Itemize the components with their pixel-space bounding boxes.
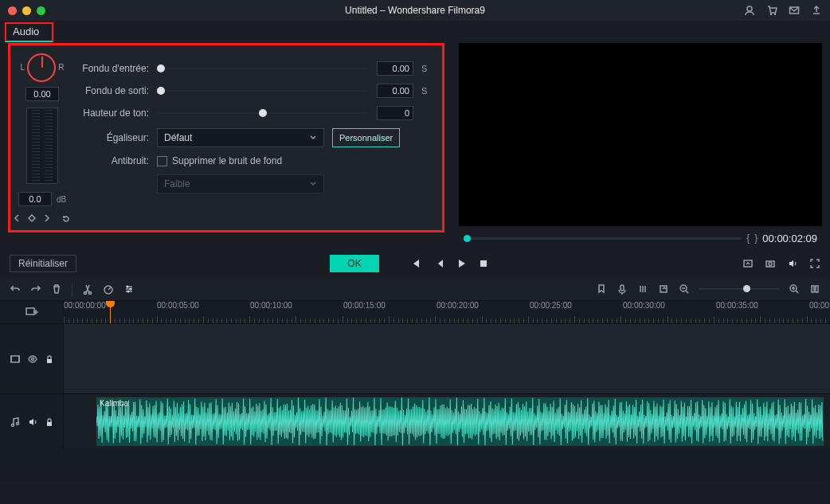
tab-audio[interactable]: Audio bbox=[5, 22, 53, 42]
keyframe-next-icon[interactable] bbox=[42, 214, 50, 222]
mark-in-icon[interactable]: { bbox=[746, 232, 750, 244]
svg-point-10 bbox=[104, 286, 112, 294]
video-track-icon bbox=[10, 354, 21, 365]
svg-rect-20 bbox=[26, 308, 34, 315]
ok-button[interactable]: OK bbox=[330, 255, 378, 272]
export-icon[interactable] bbox=[811, 5, 822, 16]
play-icon[interactable] bbox=[456, 258, 467, 269]
gain-value[interactable]: 0.0 bbox=[18, 192, 52, 206]
prev-frame-icon[interactable] bbox=[411, 258, 422, 269]
mail-icon[interactable] bbox=[789, 5, 800, 16]
svg-point-11 bbox=[127, 285, 129, 287]
svg-point-0 bbox=[747, 6, 752, 11]
fadeout-label: Fondu de sorti: bbox=[71, 85, 149, 96]
visibility-icon[interactable] bbox=[27, 354, 38, 365]
denoise-label: Antibruit: bbox=[71, 155, 149, 166]
audio-clip[interactable]: Kalimba bbox=[96, 397, 824, 446]
keyframe-prev-icon[interactable] bbox=[14, 214, 22, 222]
redo-icon[interactable] bbox=[30, 283, 41, 295]
ruler-label: 00:00:00:00 bbox=[64, 301, 106, 310]
pitch-slider[interactable] bbox=[157, 112, 369, 114]
customize-button[interactable]: Personnaliser bbox=[332, 128, 400, 147]
pitch-value[interactable] bbox=[377, 106, 413, 120]
audio-mixer-icon[interactable] bbox=[637, 283, 648, 295]
crop-icon[interactable] bbox=[658, 283, 669, 295]
preview-scrubber[interactable] bbox=[464, 237, 742, 240]
audio-lane[interactable]: Kalimba bbox=[64, 394, 830, 449]
minimize-window-button[interactable] bbox=[22, 6, 31, 15]
user-icon[interactable] bbox=[744, 5, 755, 16]
pan-dial[interactable] bbox=[27, 53, 56, 82]
cart-icon[interactable] bbox=[766, 5, 777, 16]
svg-point-12 bbox=[130, 287, 132, 290]
ruler-label: 00:00:15:00 bbox=[343, 301, 386, 310]
lock-icon[interactable] bbox=[45, 354, 54, 364]
video-lane[interactable] bbox=[64, 324, 830, 393]
svg-rect-26 bbox=[47, 422, 52, 426]
titlebar: Untitled – Wondershare Filmora9 bbox=[0, 0, 830, 21]
timeline-settings-icon[interactable] bbox=[809, 283, 820, 295]
music-track-icon bbox=[10, 416, 21, 428]
ruler-label: 00:00:10:00 bbox=[250, 301, 292, 310]
marker-icon[interactable] bbox=[596, 283, 607, 295]
playhead[interactable] bbox=[110, 301, 111, 323]
timeline-ruler[interactable]: 00:00:00:0000:00:05:0000:00:10:0000:00:1… bbox=[64, 301, 830, 323]
top-right-icons bbox=[744, 5, 822, 16]
audio-track: Kalimba bbox=[0, 393, 830, 449]
waveform bbox=[96, 397, 824, 446]
fadeout-unit: S bbox=[421, 86, 428, 96]
ruler-label: 00:00:05:00 bbox=[157, 301, 199, 310]
split-icon[interactable] bbox=[82, 283, 93, 295]
mute-icon[interactable] bbox=[27, 416, 38, 428]
traffic-lights bbox=[8, 6, 45, 15]
preview-panel: { } 00:00:02:09 bbox=[459, 43, 822, 250]
close-window-button[interactable] bbox=[8, 6, 17, 15]
zoom-out-icon[interactable] bbox=[679, 283, 690, 295]
svg-point-24 bbox=[11, 424, 14, 426]
svg-rect-14 bbox=[621, 285, 624, 291]
ruler-label: 00:00:40:00 bbox=[809, 301, 830, 310]
denoise-level-value: Faible bbox=[164, 178, 190, 189]
pan-value[interactable]: 0.00 bbox=[25, 87, 59, 101]
fadeout-slider[interactable] bbox=[157, 90, 369, 92]
svg-point-8 bbox=[84, 291, 87, 294]
fadeout-value[interactable] bbox=[377, 84, 413, 98]
fadein-slider[interactable] bbox=[157, 68, 369, 69]
svg-rect-23 bbox=[47, 359, 52, 363]
snapshot-export-icon[interactable] bbox=[742, 258, 754, 269]
reset-button[interactable]: Réinitialiser bbox=[10, 255, 76, 272]
record-vo-icon[interactable] bbox=[617, 283, 628, 295]
svg-point-25 bbox=[16, 422, 18, 424]
eq-select[interactable]: Défaut bbox=[157, 128, 324, 147]
timeline-toolbar bbox=[0, 277, 830, 301]
keyframe-add-icon[interactable] bbox=[28, 214, 36, 222]
fadein-label: Fondu d'entrée: bbox=[71, 63, 149, 74]
zoom-in-icon[interactable] bbox=[789, 283, 800, 295]
mark-out-icon[interactable]: } bbox=[754, 232, 758, 244]
maximize-window-button[interactable] bbox=[37, 6, 45, 15]
zoom-slider[interactable] bbox=[699, 288, 779, 290]
speed-icon[interactable] bbox=[103, 283, 114, 295]
stop-icon[interactable] bbox=[478, 258, 489, 269]
add-track-button[interactable] bbox=[0, 301, 64, 323]
video-track bbox=[0, 323, 830, 393]
volume-icon[interactable] bbox=[787, 258, 798, 269]
preview-video[interactable] bbox=[459, 43, 822, 226]
pan-left-label: L bbox=[21, 63, 25, 72]
transport-controls bbox=[411, 258, 489, 269]
lock-icon[interactable] bbox=[45, 417, 54, 427]
svg-rect-4 bbox=[480, 260, 487, 267]
pitch-label: Hauteur de ton: bbox=[71, 107, 149, 119]
fullscreen-icon[interactable] bbox=[809, 258, 820, 269]
fadein-value[interactable] bbox=[377, 61, 413, 76]
step-back-icon[interactable] bbox=[433, 258, 444, 269]
svg-rect-18 bbox=[812, 286, 814, 292]
adjust-icon[interactable] bbox=[123, 283, 135, 295]
undo-icon[interactable] bbox=[10, 283, 21, 295]
ruler-label: 00:00:30:00 bbox=[623, 301, 665, 310]
window-title: Untitled – Wondershare Filmora9 bbox=[345, 5, 485, 16]
camera-icon[interactable] bbox=[765, 258, 776, 269]
delete-icon[interactable] bbox=[51, 283, 62, 295]
denoise-checkbox[interactable]: Supprimer le bruit de fond bbox=[157, 155, 282, 166]
checkbox-icon bbox=[157, 156, 167, 166]
